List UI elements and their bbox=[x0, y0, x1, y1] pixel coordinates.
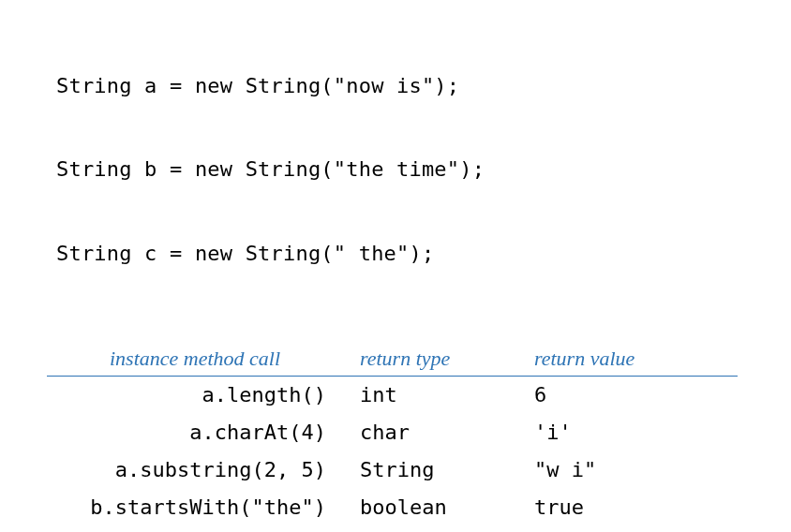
cell-value: 'i' bbox=[517, 414, 738, 451]
table-row: a.indexOf("is") int 4 bbox=[47, 526, 738, 532]
code-declarations: String a = new String("now is"); String … bbox=[56, 17, 763, 323]
page-root: String a = new String("now is"); String … bbox=[0, 0, 791, 532]
cell-type: boolean bbox=[343, 489, 517, 526]
code-line: String b = new String("the time"); bbox=[56, 155, 763, 184]
code-line: String a = new String("now is"); bbox=[56, 72, 763, 100]
table-row: b.startsWith("the") boolean true bbox=[47, 489, 738, 526]
cell-type: int bbox=[343, 526, 517, 532]
cell-call: b.startsWith("the") bbox=[47, 489, 343, 526]
header-type: return type bbox=[343, 344, 517, 377]
cell-value: 4 bbox=[517, 526, 738, 532]
cell-call: a.charAt(4) bbox=[47, 414, 343, 451]
table-header-row: instance method call return type return … bbox=[47, 344, 738, 377]
header-call: instance method call bbox=[47, 344, 343, 377]
cell-type: String bbox=[343, 451, 517, 489]
cell-call: a.substring(2, 5) bbox=[47, 451, 343, 489]
method-table: instance method call return type return … bbox=[47, 344, 738, 532]
code-line: String c = new String(" the"); bbox=[56, 240, 763, 268]
cell-value: "w i" bbox=[517, 451, 738, 489]
cell-value: 6 bbox=[517, 376, 738, 414]
cell-type: char bbox=[343, 414, 517, 451]
table-row: a.charAt(4) char 'i' bbox=[47, 414, 738, 451]
cell-value: true bbox=[517, 489, 738, 526]
cell-call: a.length() bbox=[47, 376, 343, 414]
header-value: return value bbox=[517, 344, 738, 377]
cell-call: a.indexOf("is") bbox=[47, 526, 343, 532]
table-row: a.length() int 6 bbox=[47, 376, 738, 414]
table-row: a.substring(2, 5) String "w i" bbox=[47, 451, 738, 489]
cell-type: int bbox=[343, 376, 517, 414]
